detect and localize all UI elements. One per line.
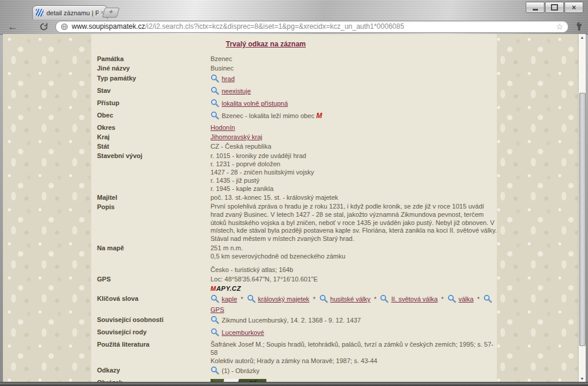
record-rows: PamátkaBzenecJiné názvyBusinecTyp památk… — [91, 55, 497, 382]
scrollbar[interactable]: ▲ ▼ — [578, 34, 586, 382]
permalink-row: Trvalý odkaz na záznam — [63, 38, 469, 49]
browser-window: detail záznamu | Památky... × + × ← → ww… — [0, 0, 588, 386]
value-link[interactable]: Jihomoravský kraj — [211, 133, 262, 140]
field-label: Majitel — [97, 193, 211, 202]
browser-chrome: detail záznamu | Památky... × + × ← → ww… — [0, 0, 588, 35]
field-label: Přístup — [97, 99, 211, 110]
value-line: 1427 - 28 - zničen husitskými vojsky — [211, 168, 497, 176]
reload-button[interactable] — [39, 22, 48, 31]
field-label: Související rody — [97, 328, 211, 339]
keyword-link[interactable]: kaple — [222, 296, 237, 303]
mapy-logo-m: M — [211, 285, 216, 292]
record-row: Stavneexistuje — [97, 86, 497, 98]
field-label: Stát — [97, 142, 211, 151]
record-row: Majitelpoč. 13. st.-konec 15. st. - král… — [97, 193, 497, 202]
record-row: Použitá literaturaŠafránek Josef M.; Sou… — [97, 340, 497, 365]
keyword-link[interactable]: GPS — [211, 306, 224, 313]
window-bottom-edge — [0, 382, 588, 386]
keyword-link[interactable]: královský majetek — [258, 296, 309, 303]
field-label: Související osobnosti — [97, 315, 211, 327]
field-value: Businec — [211, 64, 497, 73]
record-row: Typ památkyhrad — [97, 74, 497, 85]
record-row: ObecBzenec - lokalita leží mimo obecM — [97, 111, 497, 122]
magnifier-icon[interactable] — [211, 366, 219, 377]
mapy-logo-rest: APY.CZ — [216, 285, 241, 292]
record-row: Klíčová slovakaple * královský majetek *… — [97, 294, 497, 314]
keyword-link[interactable]: husitské války — [330, 296, 370, 303]
value-text: Businec — [211, 65, 233, 72]
wrench-menu-button[interactable] — [575, 22, 583, 31]
minimize-button[interactable] — [526, 2, 544, 13]
field-value: neexistuje — [211, 86, 497, 98]
value-line: Kolektiv autorů; Hrady a zámky na Moravě… — [211, 357, 497, 365]
field-label: GPS — [97, 275, 211, 293]
record-row: PopisPrvní spolehlivá zpráva o hradu je … — [97, 203, 497, 243]
field-label: Kraj — [97, 133, 211, 142]
keyword-link[interactable]: válka — [459, 296, 474, 303]
value-line: 0,5 km severovýchodně od bzeneckého zámk… — [211, 252, 497, 260]
value-text: CZ - Česká republika — [211, 143, 271, 150]
value-link[interactable]: hrad — [222, 75, 235, 82]
mapy-cz-logo[interactable]: MAPY.CZ — [211, 284, 241, 293]
scrollbar-thumb[interactable] — [579, 93, 586, 346]
value-link[interactable]: lokalita volně přístupná — [222, 100, 288, 107]
close-button[interactable]: × — [564, 2, 583, 13]
record-row: GPSLoc: 48°58'35.647"N, 17°16'10.601"EMA… — [97, 275, 497, 293]
scrollbar-up-icon[interactable]: ▲ — [579, 34, 586, 41]
magnifier-icon[interactable] — [483, 294, 492, 306]
record-row: Odkazy(1) - Obrázky — [97, 366, 497, 377]
back-button[interactable]: ← — [8, 22, 18, 32]
new-tab-button[interactable]: + — [102, 8, 120, 18]
field-label: Památka — [97, 55, 211, 63]
field-value: Bzenec - lokalita leží mimo obecM — [211, 111, 497, 122]
bookmark-star-icon[interactable]: ☆ — [556, 22, 563, 31]
value-link[interactable]: Lucemburkové — [222, 329, 264, 336]
field-value: poč. 13. st.-konec 15. st. - královský m… — [211, 193, 497, 202]
magnifier-icon[interactable] — [319, 294, 328, 306]
field-value: CZ - Česká republika — [211, 142, 497, 151]
keyword-separator: * — [372, 296, 378, 303]
record-row: PamátkaBzenec — [97, 55, 497, 63]
value-line: Česko - turistický atlas; 164b — [211, 266, 497, 274]
page-viewport: Trvalý odkaz na záznam PamátkaBzenecJiné… — [3, 34, 586, 382]
map-marker-icon[interactable]: M — [316, 112, 322, 120]
magnifier-icon[interactable] — [211, 294, 219, 306]
value-link[interactable]: Hodonín — [211, 124, 235, 131]
record-row: Stavební vývojr. 1015 - kroniky zde uvád… — [97, 152, 497, 193]
field-label: Stav — [97, 86, 211, 98]
value-line: Šafránek Josef M.; Soupis hradů, letohrá… — [211, 340, 497, 357]
keyword-link[interactable]: II. světová válka — [391, 296, 437, 303]
keyword-separator: * — [239, 296, 245, 303]
tab-title: detail záznamu | Památky... — [46, 9, 99, 16]
field-label: Odkazy — [97, 366, 211, 377]
scrollbar-down-icon[interactable]: ▼ — [579, 375, 586, 382]
record-row: Na mapě251 m n.m.0,5 km severovýchodně o… — [97, 244, 497, 274]
permalink-link[interactable]: Trvalý odkaz na záznam — [226, 40, 306, 48]
url-bar[interactable]: www.soupispamatek.cz/i2/i2.search.cls?ic… — [55, 21, 569, 33]
value-line: r. 1435 - již pustý — [211, 176, 497, 184]
field-value: 251 m n.m.0,5 km severovýchodně od bzene… — [211, 244, 497, 274]
magnifier-icon[interactable] — [380, 294, 389, 306]
magnifier-icon[interactable] — [447, 294, 456, 306]
maximize-icon — [551, 4, 558, 11]
wrench-icon — [575, 22, 583, 31]
record-row: Související osobnostiZikmund Lucemburský… — [97, 315, 497, 327]
field-label: Okres — [97, 123, 211, 132]
magnifier-icon[interactable] — [211, 86, 219, 98]
browser-tab[interactable]: detail záznamu | Památky... × — [32, 5, 108, 19]
magnifier-icon[interactable] — [211, 328, 219, 339]
magnifier-icon[interactable] — [211, 111, 219, 122]
magnifier-icon[interactable] — [247, 294, 256, 306]
magnifier-icon[interactable] — [211, 99, 219, 110]
field-label: Typ památky — [97, 74, 211, 85]
maximize-button[interactable] — [545, 2, 564, 13]
value-text: Bzenec — [211, 55, 232, 62]
window-controls: × — [526, 2, 583, 13]
magnifier-icon[interactable] — [211, 315, 219, 327]
value-link[interactable]: neexistuje — [222, 88, 251, 95]
url-text: www.soupispamatek.cz/i2/i2.search.cls?ic… — [72, 22, 404, 31]
field-value: Hodonín — [211, 123, 497, 132]
magnifier-icon[interactable] — [211, 74, 219, 85]
field-value: kaple * královský majetek * husitské vál… — [211, 294, 497, 314]
value-line: 251 m n.m. — [211, 244, 497, 252]
